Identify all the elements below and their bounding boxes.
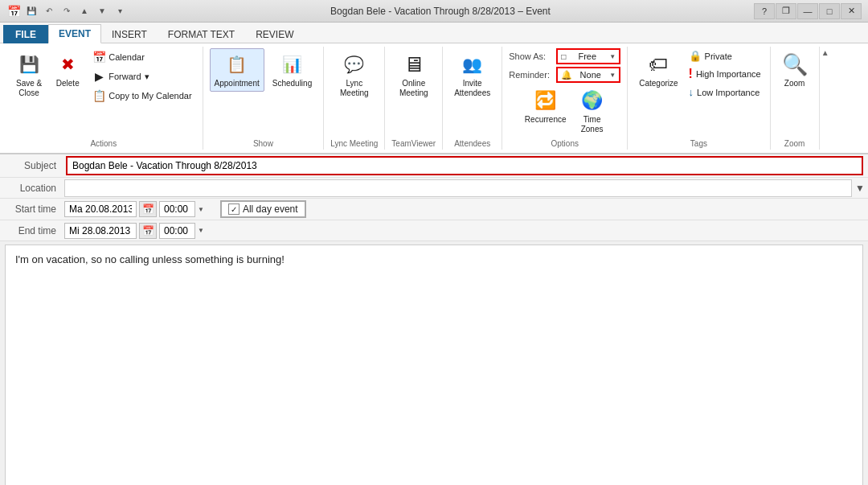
move-up-btn[interactable]: ▲ — [77, 4, 92, 18]
categorize-icon: 🏷 — [645, 51, 671, 77]
time-zones-button[interactable]: 🌍 TimeZones — [575, 84, 610, 138]
invite-attendees-icon: 👥 — [460, 51, 485, 77]
reminder-row: Reminder: 🔔 None ▼ — [509, 67, 620, 83]
all-day-checkbox-box[interactable]: ✓ — [228, 203, 240, 215]
tags-group-label: Tags — [634, 138, 763, 148]
importance-tags: 🔒 Private ! High Importance ↓ Low Import… — [686, 48, 764, 100]
tab-file[interactable]: FILE — [3, 25, 48, 43]
zoom-group-label: Zoom — [777, 138, 813, 148]
subject-input[interactable] — [66, 156, 863, 175]
redo-btn[interactable]: ↷ — [59, 4, 74, 18]
high-importance-tag[interactable]: ! High Importance — [686, 65, 764, 83]
content-area: Subject Location ▼ Start time 📅 ▼ ✓ All … — [0, 154, 868, 485]
lync-meeting-button[interactable]: 💬 LyncMeeting — [335, 48, 374, 101]
event-body-area[interactable]: I'm on vacation, so no calling unless so… — [5, 245, 863, 485]
location-label: Location — [0, 180, 64, 196]
more-qa-btn[interactable]: ▾ — [113, 4, 127, 18]
appointment-label: Appointment — [215, 79, 260, 88]
show-as-value: Free — [578, 51, 596, 61]
ribbon-group-options: Show As: □ Free ▼ Reminder: 🔔 None ▼ — [502, 47, 628, 150]
zoom-button[interactable]: 🔍 Zoom — [777, 48, 813, 92]
start-time-input[interactable] — [159, 201, 195, 217]
time-zones-icon: 🌍 — [579, 88, 605, 113]
forward-label: Forward — [108, 72, 141, 81]
recurrence-button[interactable]: 🔁 Recurrence — [520, 84, 571, 128]
undo-btn[interactable]: ↶ — [42, 4, 56, 18]
appointment-icon: 📋 — [224, 51, 250, 77]
actions-content: 💾 Save &Close ✖ Delete 📅 Calendar ▶ Forw… — [11, 48, 196, 138]
tab-format-text[interactable]: FORMAT TEXT — [158, 25, 245, 43]
subject-input-wrapper — [64, 154, 868, 177]
private-tag[interactable]: 🔒 Private — [686, 48, 764, 64]
restore-btn[interactable]: ❐ — [776, 3, 796, 19]
save-close-button[interactable]: 💾 Save &Close — [11, 48, 47, 101]
tab-review[interactable]: REVIEW — [245, 25, 304, 43]
end-time-input[interactable] — [159, 223, 195, 239]
tab-insert[interactable]: INSERT — [101, 25, 158, 43]
end-time-dropdown-arrow[interactable]: ▼ — [198, 227, 204, 234]
ribbon-group-attendees: 👥 InviteAttendees Attendees — [443, 47, 502, 150]
show-as-row: Show As: □ Free ▼ — [509, 48, 620, 64]
high-importance-icon: ! — [689, 67, 693, 81]
help-btn[interactable]: ? — [754, 3, 775, 19]
invite-attendees-label: InviteAttendees — [454, 79, 490, 98]
start-time-dropdown-arrow[interactable]: ▼ — [198, 206, 204, 213]
forward-button[interactable]: ▶ Forward ▾ — [88, 68, 195, 85]
online-group-label: TeamViewer — [391, 138, 436, 148]
reminder-dropdown[interactable]: 🔔 None ▼ — [556, 67, 620, 83]
location-dropdown-btn[interactable]: ▼ — [852, 183, 868, 194]
attendees-content: 👥 InviteAttendees — [449, 48, 495, 138]
show-as-reminder-options: Show As: □ Free ▼ Reminder: 🔔 None ▼ — [509, 48, 620, 83]
online-meeting-label: OnlineMeeting — [399, 79, 428, 98]
move-down-btn[interactable]: ▼ — [95, 4, 109, 18]
copy-to-calendar-button[interactable]: 📅 Calendar — [88, 48, 195, 66]
zoom-content: 🔍 Zoom — [777, 48, 813, 138]
ribbon-group-show: 📋 Appointment 📊 Scheduling Show — [203, 47, 325, 150]
show-as-dropdown[interactable]: □ Free ▼ — [556, 48, 620, 64]
app-icon: 📅 — [6, 4, 21, 18]
start-date-input[interactable] — [64, 201, 137, 217]
save-close-icon: 💾 — [16, 51, 42, 77]
maximize-btn[interactable]: □ — [819, 3, 840, 19]
end-time-row: End time 📅 ▼ — [0, 220, 868, 241]
ribbon-tabs: FILE EVENT INSERT FORMAT TEXT REVIEW — [0, 23, 868, 43]
title-bar-left: 📅 💾 ↶ ↷ ▲ ▼ ▾ — [6, 4, 127, 18]
end-date-picker-btn[interactable]: 📅 — [139, 223, 157, 239]
show-content: 📋 Appointment 📊 Scheduling — [210, 48, 317, 138]
private-label: Private — [705, 51, 732, 61]
forward-dropdown-arrow[interactable]: ▾ — [145, 72, 149, 82]
ribbon-group-lync: 💬 LyncMeeting Lync Meeting — [324, 47, 385, 150]
time-zones-label: TimeZones — [581, 115, 604, 134]
copy-mycalendar-button[interactable]: 📋 Copy to My Calendar — [88, 87, 195, 105]
end-date-input[interactable] — [64, 223, 137, 239]
location-input[interactable] — [64, 179, 852, 197]
save-quick-btn[interactable]: 💾 — [24, 4, 39, 18]
scheduling-button[interactable]: 📊 Scheduling — [268, 48, 317, 92]
low-importance-label: Low Importance — [697, 88, 760, 97]
lync-meeting-label: LyncMeeting — [340, 79, 369, 98]
minimize-btn[interactable]: — — [797, 3, 818, 19]
copy-mycalendar-label: Copy to My Calendar — [108, 91, 191, 101]
options-content: Show As: □ Free ▼ Reminder: 🔔 None ▼ — [509, 48, 620, 83]
invite-attendees-button[interactable]: 👥 InviteAttendees — [449, 48, 495, 101]
calendar-small-icon: 📅 — [92, 51, 105, 64]
ribbon-collapse[interactable]: ▲ — [820, 47, 831, 150]
appointment-button[interactable]: 📋 Appointment — [210, 48, 264, 92]
end-date-group: 📅 ▼ — [64, 223, 204, 239]
subject-row: Subject — [0, 154, 868, 178]
delete-button[interactable]: ✖ Delete — [50, 48, 85, 92]
ribbon-group-tags: 🏷 Categorize 🔒 Private ! High Importance… — [628, 47, 770, 150]
forward-icon: ▶ — [92, 70, 105, 83]
ribbon-group-online: 🖥 OnlineMeeting TeamViewer — [385, 47, 443, 150]
start-date-picker-btn[interactable]: 📅 — [139, 201, 157, 217]
categorize-button[interactable]: 🏷 Categorize — [634, 48, 682, 92]
ribbon: 💾 Save &Close ✖ Delete 📅 Calendar ▶ Forw… — [0, 43, 868, 154]
window-controls: ? ❐ — □ ✕ — [754, 3, 862, 19]
show-group-label: Show — [210, 138, 317, 148]
low-importance-tag[interactable]: ↓ Low Importance — [686, 84, 764, 100]
online-meeting-button[interactable]: 🖥 OnlineMeeting — [395, 48, 433, 101]
tab-event[interactable]: EVENT — [48, 24, 101, 43]
close-btn[interactable]: ✕ — [841, 3, 862, 19]
all-day-event-checkbox[interactable]: ✓ All day event — [220, 200, 306, 218]
reminder-icon: 🔔 — [561, 70, 572, 80]
